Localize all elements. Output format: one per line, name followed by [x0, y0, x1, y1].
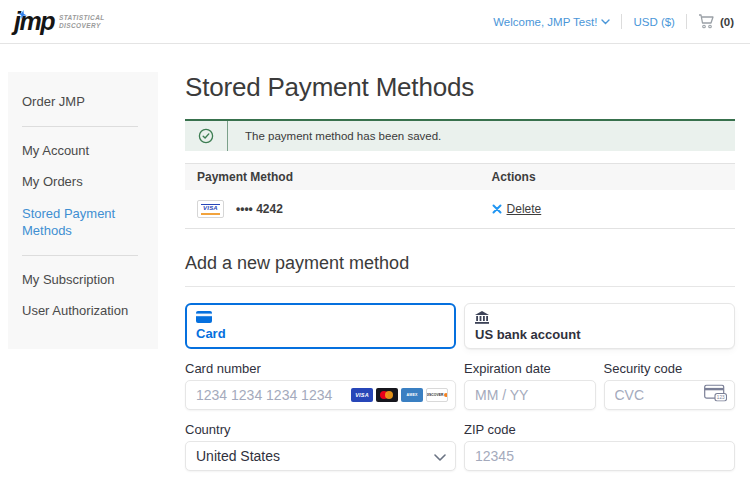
sidebar-item-stored-payment-methods[interactable]: Stored Payment Methods [22, 198, 148, 247]
bank-icon [475, 311, 489, 324]
column-payment-method: Payment Method [197, 170, 492, 184]
expiration-input[interactable] [464, 380, 596, 410]
cart-count: (0) [720, 16, 734, 28]
payment-table-header: Payment Method Actions [185, 163, 735, 190]
zip-code-label: ZIP code [464, 422, 735, 437]
delete-link[interactable]: Delete [507, 202, 542, 216]
country-select[interactable]: United States [185, 441, 456, 471]
success-check-icon [185, 121, 227, 151]
cart-icon [698, 14, 715, 29]
discover-brand-icon: DISCOVER [426, 388, 448, 402]
tab-us-bank-account[interactable]: US bank account [464, 303, 735, 349]
sidebar-divider [22, 126, 138, 127]
card-brand-icons: VISA AMEX DISCOVER [351, 388, 448, 402]
security-code-label: Security code [604, 361, 736, 376]
tab-card[interactable]: Card [185, 303, 456, 349]
sidebar-item-my-subscription[interactable]: My Subscription [22, 264, 148, 296]
account-sidebar: Order JMP My Account My Orders Stored Pa… [8, 72, 158, 349]
success-alert: The payment method has been saved. [185, 119, 735, 151]
table-row: VISA •••• 4242 Delete [185, 190, 735, 229]
jmp-star-icon [18, 5, 27, 23]
currency-selector[interactable]: USD ($) [633, 16, 675, 28]
column-actions: Actions [492, 170, 723, 184]
expiration-label: Expiration date [464, 361, 596, 376]
sidebar-item-user-authorization[interactable]: User Authorization [22, 295, 148, 327]
header-divider [621, 14, 622, 29]
main-content: Stored Payment Methods The payment metho… [185, 72, 735, 482]
jmp-logo-wordmark: jmp [14, 9, 54, 34]
page-title: Stored Payment Methods [185, 72, 735, 103]
card-last4: •••• 4242 [236, 202, 283, 216]
cart-button[interactable]: (0) [698, 14, 734, 29]
sidebar-item-order-jmp[interactable]: Order JMP [22, 86, 148, 118]
country-selected-value: United States [185, 441, 456, 471]
country-label: Country [185, 422, 456, 437]
add-payment-section-title: Add a new payment method [185, 253, 735, 287]
cvc-card-icon: 123 [704, 385, 727, 406]
header-divider [686, 14, 687, 29]
card-number-label: Card number [185, 361, 456, 376]
alert-message: The payment method has been saved. [228, 121, 441, 151]
header-utility-nav: Welcome, JMP Test! USD ($) (0) [493, 14, 734, 29]
amex-brand-icon: AMEX [401, 388, 423, 402]
zip-code-input[interactable] [464, 441, 735, 471]
sidebar-item-my-orders[interactable]: My Orders [22, 166, 148, 198]
visa-brand-icon: VISA [351, 388, 373, 402]
tab-card-label: Card [196, 326, 445, 341]
actions-cell: Delete [492, 202, 723, 216]
jmp-tagline: STATISTICAL DISCOVERY [59, 14, 105, 30]
jmp-logo[interactable]: jmp STATISTICAL DISCOVERY [14, 9, 105, 34]
stored-payment-methods-page: jmp STATISTICAL DISCOVERY Welcome, JMP T… [0, 0, 750, 482]
mastercard-brand-icon [376, 388, 398, 402]
delete-x-icon [492, 204, 502, 214]
payment-method-tabs: Card US bank account [185, 303, 735, 349]
tab-us-bank-label: US bank account [475, 327, 724, 342]
chevron-down-icon [601, 19, 610, 25]
credit-card-icon [196, 311, 212, 323]
welcome-account-menu[interactable]: Welcome, JMP Test! [493, 16, 610, 28]
top-header: jmp STATISTICAL DISCOVERY Welcome, JMP T… [0, 0, 750, 44]
visa-card-icon: VISA [197, 200, 224, 218]
sidebar-item-my-account[interactable]: My Account [22, 135, 148, 167]
svg-text:123: 123 [717, 395, 725, 400]
sidebar-divider [22, 255, 138, 256]
saved-card-cell: VISA •••• 4242 [197, 200, 492, 218]
